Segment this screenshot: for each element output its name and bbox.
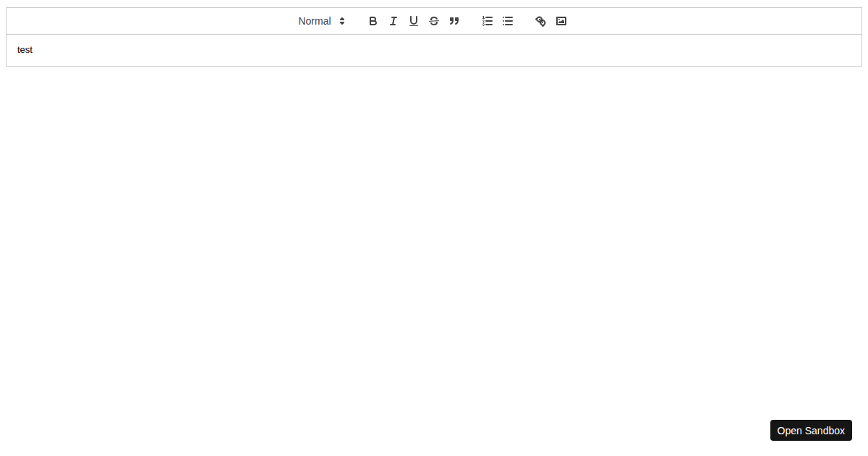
format-group-media — [531, 12, 571, 30]
up-down-arrows-icon — [336, 14, 349, 28]
image-button[interactable] — [551, 12, 571, 30]
bold-button[interactable] — [363, 12, 383, 30]
ordered-list-icon — [481, 14, 494, 28]
editor-container: test — [6, 35, 862, 67]
underline-icon — [407, 14, 420, 28]
bullet-list-icon — [501, 14, 514, 28]
format-group-lists — [477, 12, 518, 30]
image-icon — [555, 14, 568, 28]
format-group-inline — [363, 12, 464, 30]
strikethrough-button[interactable] — [424, 12, 444, 30]
header-format-dropdown[interactable]: Normal — [297, 12, 349, 30]
editor-content-area[interactable]: test — [7, 35, 861, 66]
format-group-header: Normal — [297, 12, 349, 30]
open-sandbox-button[interactable]: Open Sandbox — [770, 420, 852, 441]
editor-paragraph: test — [17, 43, 851, 56]
bullet-list-button[interactable] — [498, 12, 518, 30]
editor-toolbar: Normal — [6, 7, 862, 35]
blockquote-icon — [448, 14, 461, 28]
ordered-list-button[interactable] — [477, 12, 498, 30]
italic-button[interactable] — [383, 12, 404, 30]
header-format-label[interactable]: Normal — [297, 14, 349, 28]
blockquote-button[interactable] — [444, 12, 464, 30]
rich-text-editor: Normal — [6, 7, 862, 67]
bold-icon — [367, 14, 380, 28]
strikethrough-icon — [427, 14, 441, 28]
header-format-value: Normal — [298, 15, 331, 27]
link-icon — [535, 14, 548, 28]
italic-icon — [387, 14, 400, 28]
underline-button[interactable] — [404, 12, 424, 30]
link-button[interactable] — [531, 12, 551, 30]
